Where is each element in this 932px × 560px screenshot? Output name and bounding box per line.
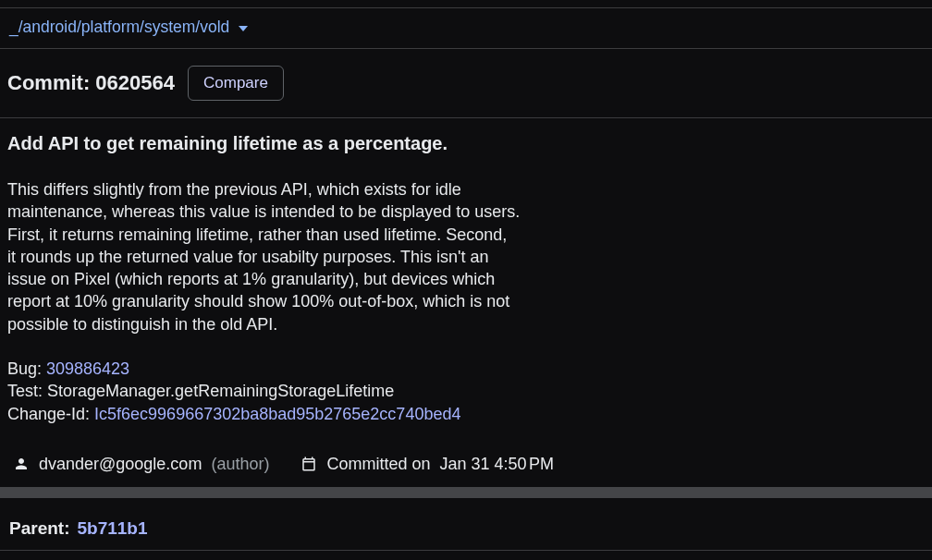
changeid-line: Change-Id: Ic5f6ec9969667302ba8bad95b276… <box>7 403 923 425</box>
parent-hash-link[interactable]: 5b711b1 <box>77 518 147 539</box>
commit-hash: 0620564 <box>95 71 175 94</box>
commit-header: Commit: 0620564 Compare <box>0 49 932 117</box>
test-line: Test: StorageManager.getRemainingStorage… <box>7 380 923 402</box>
author-email[interactable]: dvander@google.com <box>39 455 202 474</box>
commit-title: Add API to get remaining lifetime as a p… <box>7 131 923 156</box>
commit-message: Add API to get remaining lifetime as a p… <box>0 118 932 449</box>
author-row: dvander@google.com (author) Committed on… <box>0 449 932 487</box>
committed-label: Committed on <box>326 455 430 474</box>
commit-label: Commit: 0620564 <box>7 71 175 95</box>
compare-button[interactable]: Compare <box>188 66 284 101</box>
commit-body: This differs slightly from the previous … <box>7 178 923 335</box>
divider <box>0 550 932 551</box>
breadcrumb[interactable]: _/android/platform/system/vold <box>0 8 932 48</box>
person-icon <box>13 456 30 472</box>
changeid-link[interactable]: Ic5f6ec9969667302ba8bad95b2765e2cc740bed… <box>94 405 460 423</box>
author-role: (author) <box>211 455 269 474</box>
chevron-down-icon <box>239 26 248 31</box>
commit-metadata: Bug: 309886423 Test: StorageManager.getR… <box>7 358 923 425</box>
section-divider-bar <box>0 487 932 498</box>
breadcrumb-path: _/android/platform/system/vold <box>9 18 229 37</box>
calendar-icon <box>300 456 317 472</box>
parent-row: Parent: 5b711b1 <box>0 498 932 550</box>
parent-label: Parent: <box>9 518 69 539</box>
bug-link[interactable]: 309886423 <box>46 359 129 378</box>
committed-date: Jan 31 4:50 PM <box>439 455 554 474</box>
bug-line: Bug: 309886423 <box>7 358 923 380</box>
